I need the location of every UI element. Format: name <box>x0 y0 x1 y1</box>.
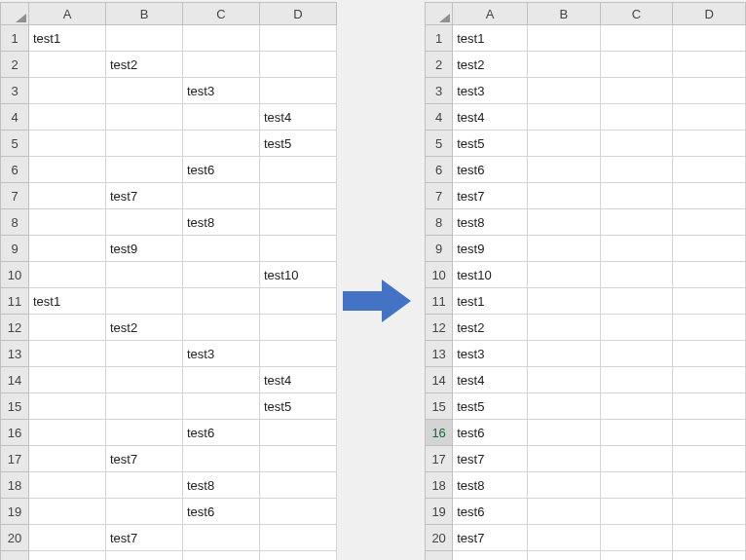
row-header[interactable]: 2 <box>1 52 29 78</box>
cell[interactable] <box>183 446 260 472</box>
cell[interactable] <box>673 288 746 315</box>
cell[interactable]: test7 <box>453 446 528 472</box>
cell[interactable]: test6 <box>183 157 260 183</box>
row-header[interactable]: 10 <box>426 262 453 288</box>
cell[interactable] <box>106 499 183 525</box>
row-header[interactable]: 16 <box>1 420 29 446</box>
cell[interactable] <box>528 472 601 499</box>
row-header[interactable]: 21 <box>426 551 453 561</box>
cell[interactable] <box>29 52 106 78</box>
cell[interactable] <box>29 525 106 551</box>
cell[interactable] <box>260 551 337 561</box>
row-header[interactable]: 13 <box>1 341 29 367</box>
row-header[interactable]: 8 <box>1 209 29 236</box>
cell[interactable] <box>29 209 106 236</box>
cell[interactable]: test6 <box>453 420 528 446</box>
select-all-corner[interactable] <box>426 3 453 25</box>
row-header[interactable]: 15 <box>1 393 29 420</box>
row-header[interactable]: 15 <box>426 393 453 420</box>
cell[interactable] <box>29 315 106 341</box>
cell[interactable]: test6 <box>183 499 260 525</box>
cell[interactable]: test2 <box>453 52 528 78</box>
cell[interactable] <box>29 183 106 209</box>
cell[interactable] <box>106 131 183 157</box>
row-header[interactable]: 11 <box>426 288 453 315</box>
cell[interactable] <box>106 262 183 288</box>
cell[interactable] <box>600 25 673 52</box>
cell[interactable]: test6 <box>453 157 528 183</box>
cell[interactable] <box>600 551 673 561</box>
cell[interactable]: test3 <box>453 78 528 104</box>
row-header[interactable]: 21 <box>1 551 29 561</box>
row-header[interactable]: 6 <box>426 157 453 183</box>
col-header[interactable]: B <box>106 3 183 25</box>
row-header[interactable]: 9 <box>426 236 453 262</box>
cell[interactable]: test8 <box>183 209 260 236</box>
cell[interactable]: test9 <box>453 236 528 262</box>
row-header[interactable]: 3 <box>1 78 29 104</box>
row-header[interactable]: 1 <box>426 25 453 52</box>
cell[interactable] <box>528 499 601 525</box>
row-header[interactable]: 20 <box>426 525 453 551</box>
cell[interactable] <box>673 25 746 52</box>
cell[interactable] <box>183 25 260 52</box>
cell[interactable] <box>260 341 337 367</box>
row-header[interactable]: 20 <box>1 525 29 551</box>
row-header[interactable]: 11 <box>1 288 29 315</box>
col-header[interactable]: A <box>29 3 106 25</box>
cell[interactable] <box>528 446 601 472</box>
cell[interactable] <box>29 551 106 561</box>
row-header[interactable]: 19 <box>1 499 29 525</box>
cell[interactable] <box>600 367 673 393</box>
cell[interactable] <box>528 525 601 551</box>
cell[interactable]: test7 <box>106 183 183 209</box>
cell[interactable] <box>673 341 746 367</box>
cell[interactable] <box>106 551 183 561</box>
col-header[interactable]: D <box>260 3 337 25</box>
row-header[interactable]: 5 <box>426 131 453 157</box>
cell[interactable] <box>600 104 673 131</box>
col-header[interactable]: A <box>453 3 528 25</box>
cell[interactable] <box>106 209 183 236</box>
col-header[interactable]: B <box>528 3 601 25</box>
cell[interactable] <box>29 499 106 525</box>
cell[interactable] <box>183 393 260 420</box>
row-header[interactable]: 12 <box>426 315 453 341</box>
cell[interactable] <box>600 131 673 157</box>
cell[interactable] <box>600 52 673 78</box>
cell[interactable] <box>183 131 260 157</box>
cell[interactable] <box>600 288 673 315</box>
cell[interactable]: test5 <box>260 393 337 420</box>
cell[interactable] <box>260 157 337 183</box>
cell[interactable] <box>528 393 601 420</box>
cell[interactable] <box>260 236 337 262</box>
cell[interactable] <box>260 420 337 446</box>
cell[interactable] <box>106 288 183 315</box>
cell[interactable] <box>600 525 673 551</box>
cell[interactable] <box>29 262 106 288</box>
cell[interactable] <box>260 78 337 104</box>
cell[interactable] <box>600 446 673 472</box>
cell[interactable] <box>183 367 260 393</box>
cell[interactable] <box>673 420 746 446</box>
row-header[interactable]: 10 <box>1 262 29 288</box>
cell[interactable] <box>673 393 746 420</box>
cell[interactable] <box>528 341 601 367</box>
row-header[interactable]: 18 <box>1 472 29 499</box>
cell[interactable]: test1 <box>29 288 106 315</box>
cell[interactable]: test8 <box>453 551 528 561</box>
row-header[interactable]: 14 <box>1 367 29 393</box>
cell[interactable] <box>600 472 673 499</box>
col-header[interactable]: C <box>600 3 673 25</box>
cell[interactable] <box>673 525 746 551</box>
row-header[interactable]: 7 <box>1 183 29 209</box>
cell[interactable]: test2 <box>453 315 528 341</box>
cell[interactable] <box>528 551 601 561</box>
cell[interactable] <box>29 393 106 420</box>
cell[interactable] <box>528 420 601 446</box>
row-header[interactable]: 1 <box>1 25 29 52</box>
cell[interactable] <box>528 183 601 209</box>
cell[interactable] <box>600 236 673 262</box>
cell[interactable]: test6 <box>183 420 260 446</box>
row-header[interactable]: 17 <box>426 446 453 472</box>
